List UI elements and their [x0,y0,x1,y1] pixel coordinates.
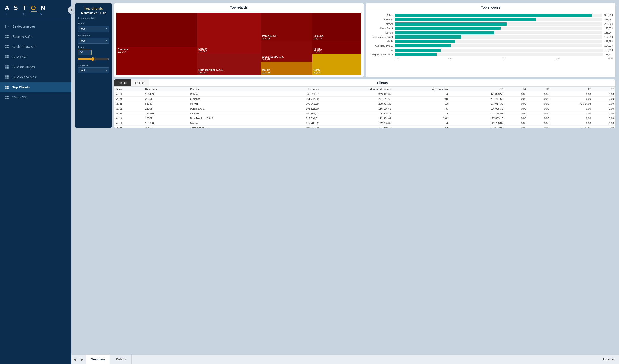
bar-value: 76,41K [606,53,613,56]
table-header[interactable]: SS [450,86,505,92]
table-cell: 371 028,50 [450,92,505,97]
export-button[interactable]: Exporter [599,355,619,364]
sidebar-item-label: Balance Agée [13,35,32,39]
table-cell: 0,00 [504,97,527,101]
portefeuille-select-wrapper: Tout [78,38,109,44]
bar-value: 369,01K [605,14,613,16]
bar-track [395,49,604,52]
treemap-cell[interactable]: Fouq...75,86K [312,41,361,54]
bar-label: Dubois [368,14,394,16]
table-cell: 43 114,08 [550,101,592,106]
portefeuille-select[interactable]: Tout [78,38,109,44]
sidebar-item-se-deconnecter[interactable]: Se déconnecter [0,21,71,31]
tab-details[interactable]: Details [111,355,132,364]
svg-rect-3 [7,37,9,38]
filiale-select-wrapper: Tout [78,26,109,32]
top-n-slider[interactable] [78,57,109,61]
table-cell: 0,00 [550,116,592,121]
table-cell: 0,00 [527,116,550,121]
table-cell: Brun Martinez S.A.S. [189,116,268,121]
svg-rect-24 [5,96,6,97]
table-cell: 188 [393,101,450,106]
bar-fill [395,40,455,43]
bar-label: Coste [368,49,394,52]
table-cell: 261 747,69 [267,97,320,101]
portefeuille-label: Portefeuille [78,34,109,37]
table-cell: Vallet [114,101,144,106]
collapse-sidebar-button[interactable] [68,6,75,14]
table-header[interactable]: CT [592,86,615,92]
table-cell: 118598 [144,111,189,116]
svg-rect-0 [5,35,6,36]
treemap-cell[interactable]: Coste83,60K [312,54,361,75]
treemap-cell[interactable]: Brun Martinez S.A.S.122,59K [197,54,261,75]
sidebar-item-vision-360[interactable]: Vision 360 [0,92,71,102]
treemap-cell[interactable]: Gimenez261,75K [116,47,197,75]
bar-label: Alves Baudry S.A. [368,45,394,47]
table-header[interactable]: Référence [144,86,189,92]
table-header[interactable]: En cours [267,86,320,92]
treemap-cell[interactable]: Peron S.A.S.186,18K [261,13,312,41]
table-header[interactable]: PP [527,86,550,92]
treemap-cell[interactable]: Lejeune134,87K [312,13,361,41]
clients-table-wrapper[interactable]: FilialeRéférenceClient ▼En coursMontant … [114,86,615,128]
bottom-prev-button[interactable]: ◀ [71,355,79,364]
grid-icon-3 [5,54,9,59]
table-cell: 122 591,01 [320,116,393,121]
table-cell: 208 863,29 [267,101,320,106]
table-header[interactable]: Montant du retard [320,86,393,92]
sidebar-item-top-clients[interactable]: Top Clients [0,82,71,92]
table-cell: 104 010,70 [267,126,320,128]
sidebar-item-suivi-des-ventes[interactable]: Suivi des ventes [0,72,71,82]
bar-label: Seguin Ramos SARL [368,53,394,56]
sidebar-item-label: Suivi DSO [13,55,28,59]
svg-rect-9 [7,55,9,56]
tab-retard-button[interactable]: Retard [114,79,131,86]
filiale-select[interactable]: Tout [78,26,109,32]
snapshot-select[interactable]: Tout [78,67,109,73]
table-cell: 261 747,69 [450,97,505,101]
svg-rect-1 [7,35,9,36]
table-header[interactable]: Filiale [114,86,144,92]
table-row: Vallet51138Morvan208 863,29208 863,29188… [114,101,615,106]
sidebar-item-suivi-dso[interactable]: Suivi DSO [0,52,71,62]
sidebar-item-suivi-des-litiges[interactable]: Suivi des litiges [0,62,71,72]
table-cell: 0,00 [527,92,550,97]
tab-summary[interactable]: Summary [86,355,111,364]
table-header[interactable]: LT [550,86,592,92]
bar-track [395,53,604,56]
snapshot-select-wrapper: Tout [78,67,109,73]
table-cell: 915 [393,97,450,101]
dashboard-grid: Top clients Montants en : EUR Extradata … [75,3,615,130]
bar-value: 83,60K [606,49,613,52]
bar-chart: Dubois 369,01K Gimenez 261,75K Morvan 20… [368,13,613,61]
grid-icon-2 [5,44,9,49]
treemap-cell[interactable]: Moulin112,79K [261,62,312,75]
svg-rect-6 [5,47,6,48]
table-cell: Gimenez [189,97,268,101]
treemap-cell[interactable]: Alves Baudry S.A.104,01K [261,41,312,62]
svg-rect-17 [7,75,9,77]
svg-rect-14 [5,67,6,68]
treemap-cell[interactable]: Morvan208,86K [197,13,261,54]
grid-icon-4 [5,65,9,69]
table-header[interactable]: Client ▼ [189,86,268,92]
table-cell: 0,00 [504,126,527,128]
bar-row: Peron S.A.S. 196,53K [368,27,613,30]
sidebar-item-balance-agee[interactable]: Balance Agée [0,31,71,42]
table-header[interactable]: PA [504,86,527,92]
bottom-next-button[interactable]: ▶ [79,355,86,364]
svg-rect-15 [7,67,9,68]
top-n-input[interactable] [78,50,92,55]
bar-fill [395,44,451,47]
bar-track [395,27,602,30]
table-cell: 127 309,13 [450,116,505,121]
logo-sub: 3 6 0 [5,12,67,16]
table-cell: Vallet [114,97,144,101]
sidebar-item-cash-follow-up[interactable]: Cash Follow UP [0,42,71,52]
logout-icon [5,24,9,29]
table-header[interactable]: Âge du retard [393,86,450,92]
tab-encours-button[interactable]: Encours [131,79,149,86]
bar-row: Gimenez 261,75K [368,18,613,21]
svg-rect-16 [5,75,6,77]
